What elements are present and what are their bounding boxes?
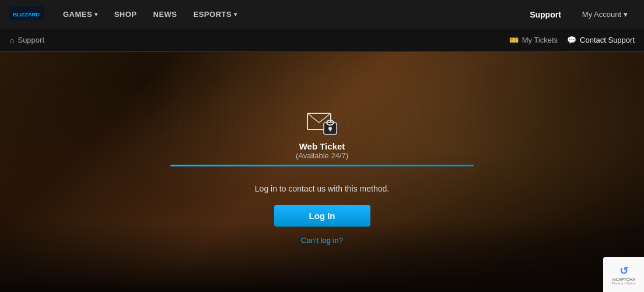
recaptcha-badge: ↺ reCAPTCHA Privacy - Terms [603, 257, 644, 292]
cant-login-link[interactable]: Can't log in? [301, 236, 343, 245]
subnav-right: 🎫 My Tickets 💬 Contact Support [509, 36, 635, 44]
login-prompt-text: Log in to contact us with this method. [255, 184, 389, 193]
nav-games[interactable]: GAMES ▾ [56, 0, 105, 29]
nav-right: Support My Account ▾ [520, 0, 635, 29]
my-account-chevron-icon: ▾ [624, 10, 628, 19]
home-icon: ⌂ [9, 36, 14, 45]
web-ticket-subtitle: (Available 24/7) [296, 151, 348, 160]
nav-shop[interactable]: SHOP [107, 0, 144, 29]
my-account-button[interactable]: My Account ▾ [575, 0, 635, 29]
svg-text:BLIZZARD: BLIZZARD [13, 11, 40, 18]
svg-line-3 [307, 113, 319, 123]
top-nav: BLIZZARD GAMES ▾ SHOP NEWS ESPORTS ▾ Sup… [0, 0, 644, 29]
nav-news[interactable]: NEWS [146, 0, 184, 29]
esports-chevron-icon: ▾ [234, 11, 237, 18]
sub-nav: ⌂ Support 🎫 My Tickets 💬 Contact Support [0, 29, 644, 52]
svg-line-4 [319, 113, 331, 123]
blizzard-logo[interactable]: BLIZZARD [9, 5, 44, 25]
breadcrumb: ⌂ Support [9, 36, 44, 45]
nav-esports[interactable]: ESPORTS ▾ [187, 0, 244, 29]
web-ticket-title: Web Ticket [299, 141, 345, 151]
login-button[interactable]: Log In [274, 205, 370, 227]
nav-links: GAMES ▾ SHOP NEWS ESPORTS ▾ [56, 0, 520, 29]
web-ticket-icon-container [306, 111, 338, 137]
blue-divider [170, 165, 474, 166]
games-chevron-icon: ▾ [94, 11, 98, 18]
contact-support-link[interactable]: 💬 Contact Support [567, 36, 635, 44]
chat-icon: 💬 [567, 36, 576, 44]
my-tickets-link[interactable]: 🎫 My Tickets [509, 36, 558, 44]
support-nav-button[interactable]: Support [520, 0, 570, 29]
card-area: Web Ticket (Available 24/7) Log in to co… [0, 52, 644, 292]
main-content: Web Ticket (Available 24/7) Log in to co… [0, 52, 644, 292]
ticket-icon: 🎫 [509, 36, 519, 44]
